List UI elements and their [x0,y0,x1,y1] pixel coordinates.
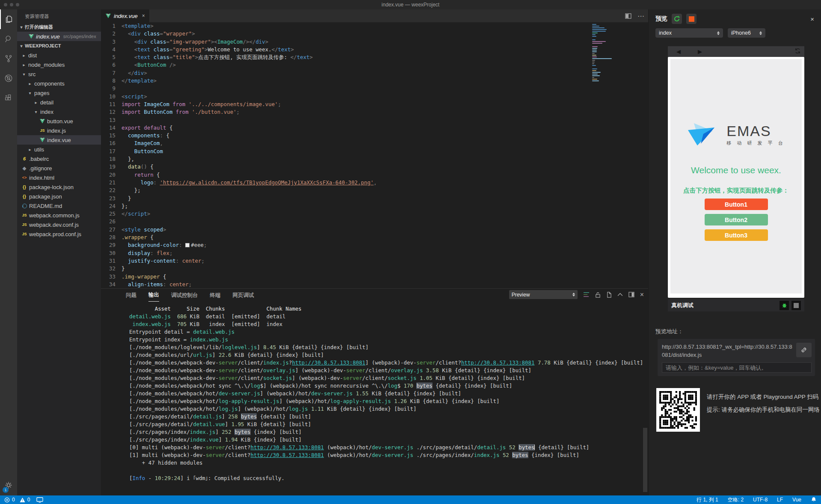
tree-item-index[interactable]: ▾index [17,107,101,116]
tree-item-.babelrc[interactable]: 6.babelrc [17,154,101,163]
clear-output-icon[interactable] [583,292,590,297]
tree-item-webpack.prod.conf.js[interactable]: JSwebpack.prod.conf.js [17,229,101,239]
source-control-icon[interactable] [0,49,17,68]
maximize-panel-icon[interactable] [617,293,623,296]
code-line: 16 ImageCom, [101,139,648,147]
tree-item-webpack.common.js[interactable]: JSwebpack.common.js [17,210,101,220]
panel-scrollbar[interactable] [643,428,647,492]
phone-button3[interactable]: Button3 [705,229,768,241]
phone-button1[interactable]: Button1 [705,199,768,210]
tree-item-utils[interactable]: ▸utils [17,145,101,154]
open-editor-item[interactable]: index.vue src/pages/index [17,32,101,41]
tree-item-pages[interactable]: ▾pages [17,88,101,98]
close-window-button[interactable] [4,3,7,6]
tree-item-label: README.md [29,203,62,209]
panel-tab-网页调试[interactable]: 网页调试 [233,289,254,302]
chevron-down-icon: ▾ [27,91,33,95]
code-line: 18 }, [101,155,648,163]
weex-preview-panel: 预览 × index iPhone6 ◀ ▶ [648,9,821,495]
output-channel-select[interactable]: Preview [509,290,578,299]
more-actions-icon[interactable]: ⋯ [637,12,645,20]
stop-preview-icon[interactable] [686,14,697,24]
search-icon[interactable] [0,29,17,49]
warning-count: 0 [27,497,30,503]
info-icon: i [21,203,27,209]
preview-address-url[interactable]: http://30.8.57.133:8081?_wx_tpl=http://3… [662,343,793,359]
unlock-scroll-icon[interactable] [595,292,601,298]
json-icon: {} [21,184,27,190]
debug-disabled-icon[interactable] [0,68,17,88]
close-preview-icon[interactable]: × [810,15,814,23]
preview-address-label: 预览地址： [655,328,821,335]
indentation[interactable]: 空格: 2 [728,496,744,504]
reload-page-icon[interactable] [794,48,801,56]
output-console[interactable]: Asset Size Chunks Chunk Namesdetail.web.… [101,302,648,482]
git-icon: ◆ [21,165,27,171]
split-editor-icon[interactable] [625,13,631,19]
tree-item-detail[interactable]: ▸detail [17,98,101,107]
tree-item-components[interactable]: ▸components [17,79,101,88]
panel-tab-输出[interactable]: 输出 [148,289,159,302]
device-screen-icon[interactable] [791,301,801,310]
vue-icon [105,13,111,19]
panel-tab-调试控制台[interactable]: 调试控制台 [171,289,198,302]
window-controls[interactable] [4,3,19,6]
eol[interactable]: LF [777,497,783,503]
device-select[interactable]: iPhone6 [728,28,765,38]
explorer-icon[interactable] [0,9,17,29]
refresh-preview-icon[interactable] [672,14,682,24]
tree-item-button.vue[interactable]: button.vue [17,116,101,126]
tip-text: 点击下方按钮，实现页面跳转及传参： [683,187,789,195]
tree-item-.gitignore[interactable]: ◆.gitignore [17,163,101,173]
code-editor[interactable]: 1<template>2 <div class="wrapper">3 <div… [101,22,648,289]
tree-item-dist[interactable]: ▸dist [17,50,101,60]
window-title: index.vue — weexProject [382,2,439,8]
tab-index-vue[interactable]: index.vue × [101,9,149,22]
page-select[interactable]: index [655,28,723,38]
tree-item-index.js[interactable]: JSindex.js [17,126,101,135]
problems-status[interactable]: 0 0 [4,497,43,503]
phone-preview: EMAS 移 动 研 发 平 台 Welcome to use weex. 点击… [668,57,804,298]
open-editors-label: 打开的编辑器 [25,24,53,30]
tree-item-package.json[interactable]: {}package.json [17,192,101,201]
settings-gear-icon[interactable]: 1 [0,477,17,494]
tree-item-label: detail [40,99,53,106]
close-panel-icon[interactable]: × [640,291,644,299]
tree-item-src[interactable]: ▾src [17,69,101,79]
tree-item-node_modules[interactable]: ▸node_modules [17,60,101,69]
open-editors-section[interactable]: ▾ 打开的编辑器 [17,22,101,32]
cursor-position[interactable]: 行 1, 列 1 [697,496,718,504]
language-mode[interactable]: Vue [792,497,801,503]
panel-tab-终端[interactable]: 终端 [210,289,221,302]
vue-icon [39,137,45,143]
minimap[interactable] [592,24,613,82]
minimize-window-button[interactable] [10,3,13,6]
nav-forward-button[interactable]: ▶ [689,48,711,55]
live-preview-icon[interactable] [36,497,43,503]
zoom-window-button[interactable] [16,3,19,6]
nav-back-button[interactable]: ◀ [668,48,689,55]
file-tree: ▸dist▸node_modules▾src▸components▾pages▸… [17,50,101,239]
tree-item-package-lock.json[interactable]: {}package-lock.json [17,182,101,192]
open-link-icon[interactable] [796,343,812,357]
tree-item-index.vue[interactable]: index.vue [17,135,101,145]
device-debug-bar: 真机调试 [668,299,804,311]
tree-item-README.md[interactable]: iREADME.md [17,201,101,210]
param-input[interactable] [662,362,812,373]
encoding[interactable]: UTF-8 [753,497,768,503]
open-in-editor-icon[interactable] [606,292,612,298]
preview-address-box: http://30.8.57.133:8081?_wx_tpl=http://3… [658,339,815,376]
close-tab-icon[interactable]: × [142,13,145,19]
panel-position-icon[interactable] [628,292,634,297]
project-section[interactable]: ▾ WEEXPROJECT [17,41,101,50]
tree-item-index.html[interactable]: <>index.html [17,173,101,182]
panel-tab-问题[interactable]: 问题 [126,289,136,302]
output-line: [./node_modules/webpack-dev-server/clien… [129,374,648,382]
notifications-bell-icon[interactable] [811,497,817,503]
phone-button2[interactable]: Button2 [705,214,768,225]
tree-item-webpack.dev.conf.js[interactable]: JSwebpack.dev.conf.js [17,220,101,229]
tree-item-label: pages [34,90,49,96]
debug-bug-icon[interactable] [780,301,789,310]
extensions-icon[interactable] [0,88,17,108]
code-line: 34 align-items: center; [101,281,648,288]
